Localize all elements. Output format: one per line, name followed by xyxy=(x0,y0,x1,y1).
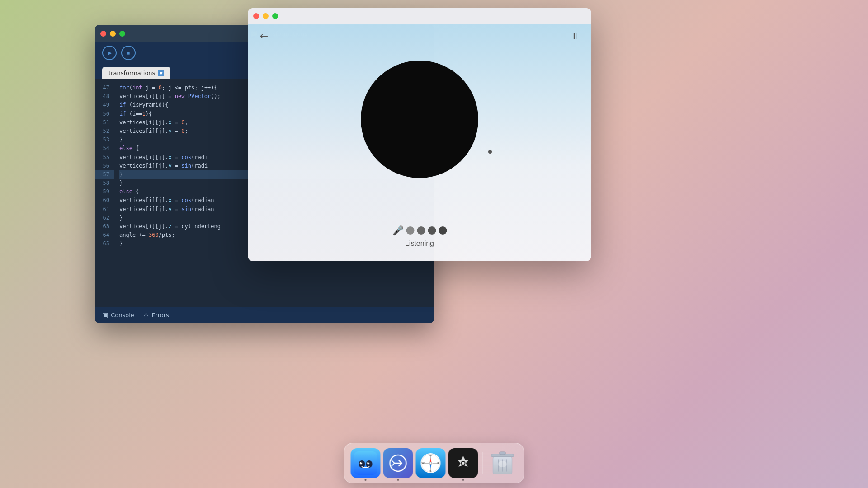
assistant-body: ← ⏸ 🎤 Listening xyxy=(248,24,591,261)
svg-point-6 xyxy=(368,462,369,463)
chatgpt-icon xyxy=(448,448,478,478)
pause-button[interactable]: ⏸ xyxy=(568,28,582,43)
line-numbers: 47 48 49 50 51 52 53 54 55 56 57 58 59 6… xyxy=(95,79,114,307)
chatgpt-svg xyxy=(453,453,474,474)
console-label: Console xyxy=(111,312,134,319)
console-tab[interactable]: ▣ Console xyxy=(102,311,134,319)
transformations-tab[interactable]: transformations ▼ xyxy=(102,67,170,79)
dock-item-redirect[interactable] xyxy=(383,448,413,478)
console-bar: ▣ Console ⚠ Errors xyxy=(95,307,434,323)
svg-text:N: N xyxy=(429,454,431,457)
line-num: 54 xyxy=(95,144,109,153)
line-num: 63 xyxy=(95,222,109,231)
tab-arrow: ▼ xyxy=(158,70,164,76)
dock-divider xyxy=(483,452,483,474)
svg-rect-0 xyxy=(354,451,377,475)
dock-item-trash[interactable] xyxy=(488,448,518,478)
dock-item-safari[interactable]: N S W E xyxy=(416,448,446,478)
finder-svg xyxy=(354,451,377,475)
svg-text:E: E xyxy=(437,462,439,465)
redirect-svg xyxy=(388,453,408,473)
line-num: 52 xyxy=(95,127,109,136)
finder-icon xyxy=(351,448,381,478)
line-num: 50 xyxy=(95,110,109,118)
line-num: 49 xyxy=(95,101,109,109)
audio-dot-3 xyxy=(428,226,436,235)
svg-point-16 xyxy=(429,462,432,465)
line-num: 65 xyxy=(95,239,109,248)
mic-dots-row: 🎤 xyxy=(392,225,447,236)
assistant-maximize-button[interactable] xyxy=(272,13,278,19)
assistant-minimize-button[interactable] xyxy=(263,13,269,19)
svg-rect-25 xyxy=(500,452,506,455)
line-num: 48 xyxy=(95,92,109,101)
audio-dot-2 xyxy=(417,226,425,235)
close-button[interactable] xyxy=(100,31,106,37)
cursor-indicator xyxy=(488,150,492,154)
microphone-icon: 🎤 xyxy=(392,225,404,236)
minimize-button[interactable] xyxy=(110,31,116,37)
assistant-circle xyxy=(361,61,478,178)
line-num: 55 xyxy=(95,153,109,162)
svg-point-22 xyxy=(462,462,465,465)
line-num: 47 xyxy=(95,84,109,92)
play-button[interactable]: ▶ xyxy=(102,46,117,60)
svg-point-4 xyxy=(367,462,369,465)
assistant-nav: ← ⏸ xyxy=(248,24,591,47)
redirect-icon xyxy=(383,448,413,478)
safari-svg: N S W E xyxy=(419,451,443,475)
svg-point-5 xyxy=(361,462,362,463)
line-num: 61 xyxy=(95,205,109,214)
trash-icon xyxy=(488,448,518,478)
dock: N S W E xyxy=(344,443,524,483)
svg-point-3 xyxy=(360,462,362,465)
line-num: 51 xyxy=(95,118,109,127)
back-button[interactable]: ← xyxy=(257,28,271,43)
assistant-close-button[interactable] xyxy=(253,13,259,19)
safari-icon: N S W E xyxy=(416,448,446,478)
line-num: 56 xyxy=(95,162,109,170)
stop-button[interactable]: ■ xyxy=(121,46,136,60)
line-num: 59 xyxy=(95,188,109,196)
line-num: 60 xyxy=(95,196,109,205)
errors-label: Errors xyxy=(151,312,169,319)
listening-section: 🎤 Listening xyxy=(392,225,447,248)
audio-dot-4 xyxy=(439,226,447,235)
dock-item-chatgpt[interactable] xyxy=(448,448,478,478)
dock-dot-redirect xyxy=(397,479,399,481)
line-num: 53 xyxy=(95,136,109,144)
svg-text:S: S xyxy=(429,469,431,472)
svg-point-29 xyxy=(498,461,507,467)
dock-dot-chatgpt xyxy=(462,479,464,481)
dock-item-finder[interactable] xyxy=(351,448,381,478)
assistant-window: ← ⏸ 🎤 Listening xyxy=(248,8,591,261)
line-num: 58 xyxy=(95,179,109,188)
maximize-button[interactable] xyxy=(119,31,125,37)
trash-svg xyxy=(491,450,515,477)
console-icon: ▣ xyxy=(102,311,108,319)
line-num: 62 xyxy=(95,214,109,222)
play-icon: ▶ xyxy=(108,50,112,56)
listening-label: Listening xyxy=(405,239,434,248)
audio-dot-1 xyxy=(406,226,415,235)
errors-tab[interactable]: ⚠ Errors xyxy=(143,311,169,319)
dock-dot-finder xyxy=(365,479,367,481)
line-num: 57 xyxy=(95,170,114,179)
line-num: 64 xyxy=(95,231,109,239)
assistant-orb xyxy=(361,61,478,178)
assistant-titlebar xyxy=(248,8,591,24)
stop-icon: ■ xyxy=(127,51,130,56)
svg-text:W: W xyxy=(422,462,425,465)
warning-icon: ⚠ xyxy=(143,311,149,319)
